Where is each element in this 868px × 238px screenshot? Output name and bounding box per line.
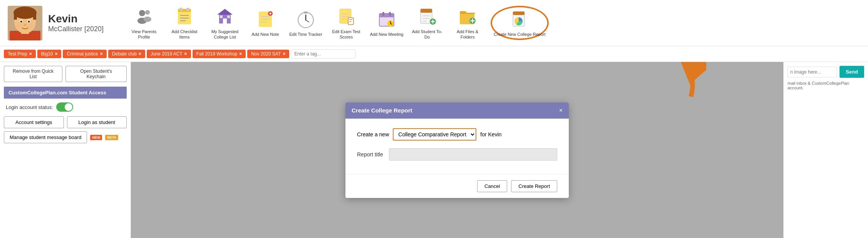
files-icon [457,6,478,27]
tag-remove[interactable]: × [184,51,187,57]
toolbar-label: Edit Exam Test Scores [329,29,364,40]
open-keychain-button[interactable]: Open Student's Keychain [65,66,127,82]
right-panel: Send mail inbox & CustomCollegePlan acco… [783,62,868,238]
tag-criminal-justice: Criminal justice × [63,50,106,58]
report-title-label: Report title [357,151,383,158]
svg-rect-56 [421,9,432,13]
svg-point-15 [145,10,150,15]
svg-rect-40 [304,12,308,13]
modal-close-button[interactable]: × [559,107,563,114]
svg-point-11 [16,24,21,27]
create-report-button[interactable]: Create Report [511,180,557,192]
toolbar-add-meeting[interactable]: Add New Meeting [369,9,404,37]
toolbar-label: Create New College Report [494,32,546,37]
svg-point-12 [29,24,34,27]
main-container: Kevin McCallister [2020] View Parents Pr… [0,0,868,238]
sidebar-section-title: CustomCollegePlan.com Student Access [4,87,127,99]
svg-point-16 [144,17,151,22]
college-icon [214,6,236,27]
header: Kevin McCallister [2020] View Parents Pr… [0,0,868,46]
account-settings-button[interactable]: Account settings [4,116,64,128]
tag-remove[interactable]: × [29,51,32,57]
toolbar-label: Add New Note [252,32,279,37]
modal-create-row: Create a new College Comparative Report … [357,128,557,141]
svg-rect-68 [513,12,524,15]
cancel-button[interactable]: Cancel [477,180,507,192]
toolbar-label: Add Student To-Do [410,29,444,40]
report-icon [509,9,530,30]
toolbar-time-tracker[interactable]: Edit Time Tracker [288,9,323,37]
image-input[interactable] [788,67,837,77]
student-year: McCallister [2020] [48,25,104,33]
create-college-report-modal: Create College Report × Create a new Col… [345,102,569,198]
svg-rect-4 [14,13,17,20]
remove-quick-list-button[interactable]: Remove from Quick List [4,66,62,82]
login-status-label: Login account status: [6,104,53,110]
main-area: Create College Report × Create a new Col… [131,62,783,238]
toolbar: View Parents Profile Add Checklist Item [127,6,549,40]
toolbar-files-folders[interactable]: Add Files & Folders [450,6,485,40]
send-button[interactable]: Send [840,66,864,78]
tag-remove[interactable]: × [283,51,285,57]
toolbar-add-note[interactable]: Add New Note [248,9,283,37]
toolbar-label: Add Files & Folders [450,29,485,40]
svg-rect-28 [227,15,230,18]
svg-rect-27 [220,15,223,18]
svg-rect-22 [179,8,183,11]
tag-remove[interactable]: × [100,51,103,57]
toolbar-label: Add Checklist Items [167,29,202,40]
toggle-knob [65,103,72,111]
report-title-input[interactable] [389,148,557,161]
modal-title: Create College Report [352,107,412,114]
toolbar-label: Add New Meeting [370,32,404,37]
svg-point-9 [28,20,30,22]
tag-june-act: June 2019 ACT × [147,50,191,58]
svg-point-10 [24,24,26,26]
toolbar-view-parents-profile[interactable]: View Parents Profile [127,6,161,40]
toolbar-exam-scores[interactable]: Edit Exam Test Scores [329,6,364,40]
modal-body: Create a new College Comparative Report … [345,119,569,174]
manage-row: Manage student message board NEW BETA [4,131,127,143]
svg-rect-50 [382,12,384,16]
svg-rect-51 [389,12,391,16]
login-status-toggle[interactable] [56,102,73,112]
modal-footer: Cancel Create Report [345,174,569,198]
svg-rect-23 [186,8,189,11]
quick-list-buttons: Remove from Quick List Open Student's Ke… [4,66,127,82]
login-as-student-button[interactable]: Login as student [67,116,127,128]
exam-icon [336,6,357,27]
toolbar-add-checklist[interactable]: Add Checklist Items [167,6,202,40]
report-type-select[interactable]: College Comparative Report [393,128,476,141]
checklist-icon [174,6,195,27]
student-info: Kevin McCallister [2020] [48,13,104,33]
left-sidebar: Remove from Quick List Open Student's Ke… [0,62,131,238]
tag-remove[interactable]: × [139,51,141,57]
tag-remove[interactable]: × [239,51,242,57]
toolbar-create-college-report[interactable]: Create New College Report [491,6,549,40]
toolbar-student-todo[interactable]: Add Student To-Do [410,6,444,40]
badge-beta: BETA [105,135,118,140]
svg-rect-45 [348,18,354,25]
mail-note: mail inbox & CustomCollegePlan account. [788,81,864,90]
tag-big10: Big10 × [37,50,62,58]
login-status-row: Login account status: [4,102,127,112]
tag-debate-club: Debate club × [108,50,145,58]
toolbar-label: My Suggested College List [208,29,242,40]
meeting-icon [376,9,397,30]
modal-overlay: Create College Report × Create a new Col… [131,62,783,238]
toolbar-college-list[interactable]: My Suggested College List [208,6,242,40]
manage-message-board-button[interactable]: Manage student message board [4,131,87,143]
svg-marker-25 [217,9,233,15]
badge-new: NEW [90,135,102,140]
toolbar-label: View Parents Profile [127,29,161,40]
tag-input[interactable] [291,49,355,59]
for-label: for Kevin [480,131,501,137]
clock-icon [295,9,317,30]
tag-test-prep: Test Prep × [4,50,36,58]
tags-row: Test Prep × Big10 × Criminal justice × D… [0,46,868,62]
svg-point-8 [20,20,22,22]
tag-remove[interactable]: × [55,51,57,57]
modal-header: Create College Report × [345,102,569,119]
todo-icon [417,6,438,27]
tag-fall-workshop: Fall 2019 Workshop × [193,50,246,58]
